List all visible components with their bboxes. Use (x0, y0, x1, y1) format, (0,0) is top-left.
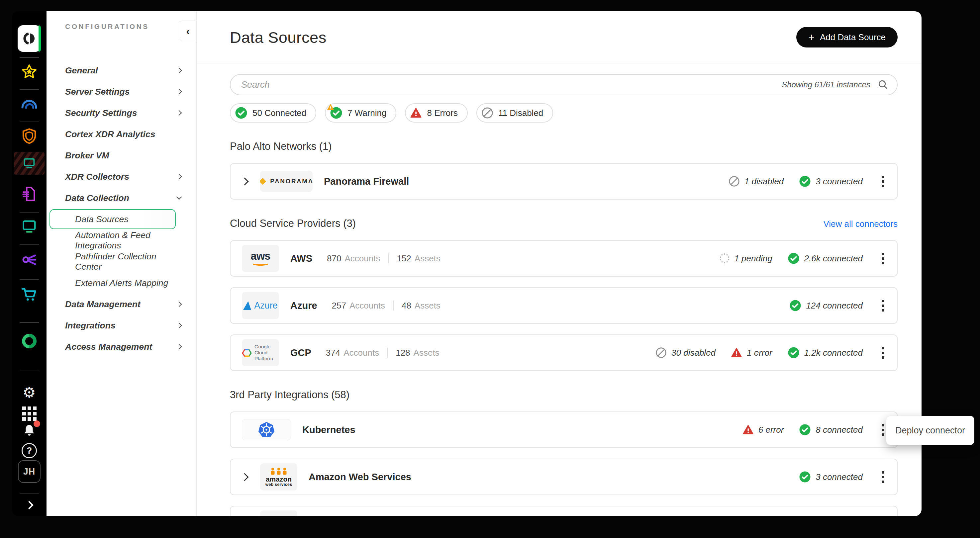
monitor-icon[interactable] (12, 218, 46, 235)
kubernetes-logo (242, 419, 291, 440)
help-icon[interactable]: ? (12, 443, 46, 458)
share-network-icon[interactable] (12, 251, 46, 269)
status-error: 6 error (743, 424, 784, 435)
filter-disabled[interactable]: 11 Disabled (476, 103, 553, 122)
sidebar-menu: General Server Settings Security Setting… (46, 60, 196, 357)
add-data-source-button[interactable]: + Add Data Source (796, 27, 897, 48)
row-amazon-web-services: amazon web services Amazon Web Services … (230, 459, 897, 495)
sidebar-item-broker-vm[interactable]: Broker VM (46, 145, 196, 166)
filter-warning[interactable]: 7 Warning (325, 103, 397, 122)
section-title-3rd-party: 3rd Party Integrations (58) (230, 389, 350, 401)
search-input[interactable] (241, 80, 782, 90)
expand-rail-chevron[interactable] (12, 502, 46, 508)
row-kubernetes: Kubernetes 6 error 8 connected (230, 411, 897, 448)
row-meta: 870 Accounts 152 Assets (327, 253, 441, 264)
rail-divider (20, 122, 39, 122)
sidebar-item-external-alerts-mapping[interactable]: External Alerts Mapping (46, 272, 196, 294)
status-disabled: 30 disabled (655, 347, 716, 358)
sidebar-collapse-button[interactable]: ‹ (180, 21, 196, 41)
kebab-menu-button[interactable] (881, 470, 886, 484)
sidebar-item-automation-feed-integrations[interactable]: Automation & Feed Integrations (46, 230, 196, 251)
kebab-menu-button[interactable] (881, 298, 886, 313)
sidebar-item-general[interactable]: General (46, 60, 196, 81)
cortex-logo[interactable] (12, 25, 46, 52)
page-title: Data Sources (230, 28, 326, 46)
status-ring-icon[interactable] (12, 332, 46, 350)
search-bar[interactable]: Showing 61/61 instances (230, 74, 897, 95)
connected-check-icon (788, 252, 800, 264)
view-all-connectors-link[interactable]: View all connectors (823, 219, 897, 229)
favorites-star-icon[interactable] (12, 63, 46, 82)
kebab-menu-button[interactable] (881, 175, 886, 189)
shield-icon[interactable] (12, 127, 46, 146)
sidebar-item-pathfinder-collection-center[interactable]: Pathfinder Collection Center (46, 251, 196, 272)
expand-row-chevron[interactable] (240, 473, 248, 481)
notification-badge (33, 421, 40, 427)
status-disabled: 1 disabled (729, 176, 784, 187)
sidebar-item-access-management[interactable]: Access Management (46, 336, 196, 357)
config-sidebar: CONFIGURATIONS ‹ General Server Settings… (46, 11, 197, 516)
marketplace-cart-icon[interactable] (12, 285, 46, 303)
sidebar-item-data-collection[interactable]: Data Collection (46, 187, 196, 209)
amazon-web-services-logo: amazon web services (260, 463, 298, 490)
azure-triangle-icon (243, 301, 251, 310)
azure-logo: Azure (242, 292, 279, 319)
status-error: 1 error (731, 347, 772, 358)
expand-row-chevron[interactable] (240, 177, 248, 185)
status-connected: 8 connected (799, 424, 863, 436)
sidebar-item-security-settings[interactable]: Security Settings (46, 102, 196, 124)
rail-divider (20, 279, 39, 279)
rail-divider (20, 212, 39, 213)
aws-smile-icon (251, 260, 269, 266)
sidebar-item-cortex-xdr-analytics[interactable]: Cortex XDR Analytics (46, 124, 196, 145)
avatar-initials: JH (18, 460, 41, 483)
sidebar-item-data-management[interactable]: Data Management (46, 294, 196, 315)
chevron-right-icon (177, 89, 182, 95)
gcp-hexagon-icon (242, 347, 252, 358)
kebab-menu-button[interactable] (881, 251, 886, 266)
sidebar-item-integrations[interactable]: Integrations (46, 315, 196, 336)
settings-gear-icon[interactable]: ⚙ (12, 385, 46, 400)
apps-grid-icon[interactable] (12, 406, 46, 421)
chevron-right-icon (25, 501, 33, 509)
disabled-icon (729, 176, 740, 187)
panorama-logo: PANORAMA (260, 171, 313, 192)
cortex-logo-icon (22, 32, 36, 46)
disabled-icon (655, 347, 667, 358)
chevron-right-icon (177, 323, 182, 329)
showing-count: Showing 61/61 instances (782, 80, 870, 89)
gear-glyph: ⚙ (22, 385, 35, 400)
hazard-stripes (14, 152, 45, 175)
filter-connected[interactable]: 50 Connected (230, 103, 316, 122)
icon-rail: ⚙ ? JH (12, 11, 46, 516)
kebab-menu-button[interactable] (881, 423, 886, 437)
search-icon[interactable] (878, 79, 888, 90)
connected-check-icon (789, 300, 801, 311)
sidebar-item-data-sources[interactable]: Data Sources (46, 209, 196, 230)
user-avatar[interactable]: JH (12, 460, 46, 483)
status-connected: 124 connected (789, 300, 863, 311)
warning-triangle-icon (327, 104, 334, 111)
error-triangle-icon (731, 347, 742, 358)
hazard-console-icon[interactable] (12, 152, 46, 175)
filter-errors[interactable]: 8 Errors (405, 103, 468, 122)
rail-divider (20, 57, 39, 58)
arcs-icon[interactable] (12, 95, 46, 114)
chevron-right-icon (177, 68, 182, 73)
connected-check-icon (799, 175, 811, 187)
notifications-bell-icon[interactable] (12, 423, 46, 440)
cortex-logo-tile (18, 25, 41, 52)
kebab-menu-button[interactable] (881, 346, 886, 360)
rail-divider (20, 371, 39, 371)
help-glyph: ? (27, 446, 32, 456)
disabled-icon (481, 107, 493, 119)
sidebar-item-server-settings[interactable]: Server Settings (46, 81, 196, 102)
row-panorama-firewall: PANORAMA Panorama Firewall 1 disabled 3 … (230, 163, 897, 200)
deploy-connector-menu-item[interactable]: Deploy connector (886, 416, 974, 445)
status-pending: 1 pending (719, 253, 772, 264)
kubernetes-helm-icon (258, 421, 275, 438)
sidebar-item-xdr-collectors[interactable]: XDR Collectors (46, 166, 196, 187)
connected-check-icon (235, 106, 248, 119)
connected-check-icon (788, 347, 800, 359)
report-document-icon[interactable] (12, 185, 46, 203)
